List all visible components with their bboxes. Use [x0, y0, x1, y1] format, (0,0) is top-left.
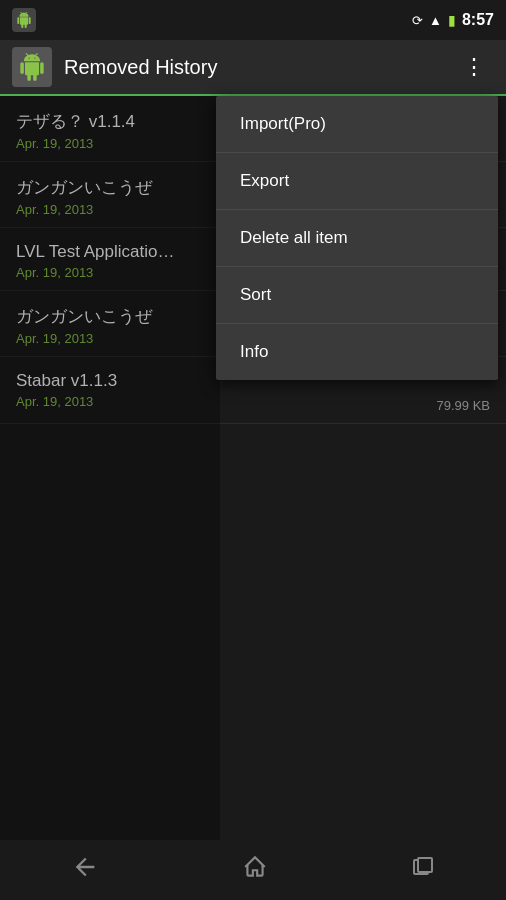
menu-item-import-pro[interactable]: Import(Pro)	[216, 96, 498, 153]
rotate-icon: ⟳	[412, 13, 423, 28]
menu-overlay	[0, 96, 220, 840]
android-notification-icon	[12, 8, 36, 32]
menu-item-info[interactable]: Info	[216, 324, 498, 380]
toolbar-title: Removed History	[64, 56, 455, 79]
context-menu: Import(Pro) Export Delete all item Sort …	[216, 96, 498, 380]
nav-home-button[interactable]	[222, 844, 288, 896]
battery-icon: ▮	[448, 12, 456, 28]
status-bar-left-icons	[12, 8, 36, 32]
toolbar: Removed History ⋮	[0, 40, 506, 96]
menu-item-delete-all[interactable]: Delete all item	[216, 210, 498, 267]
item-size: 79.99 KB	[437, 398, 491, 413]
signal-icon: ▲	[429, 13, 442, 28]
app-icon	[12, 47, 52, 87]
nav-bar	[0, 840, 506, 900]
status-bar-right-icons: ⟳ ▲ ▮ 8:57	[412, 11, 494, 29]
menu-item-sort[interactable]: Sort	[216, 267, 498, 324]
menu-item-export[interactable]: Export	[216, 153, 498, 210]
status-time: 8:57	[462, 11, 494, 29]
status-bar: ⟳ ▲ ▮ 8:57	[0, 0, 506, 40]
nav-back-button[interactable]	[51, 843, 119, 897]
nav-recents-button[interactable]	[391, 845, 455, 895]
svg-rect-1	[418, 858, 432, 872]
overflow-menu-button[interactable]: ⋮	[455, 46, 494, 88]
